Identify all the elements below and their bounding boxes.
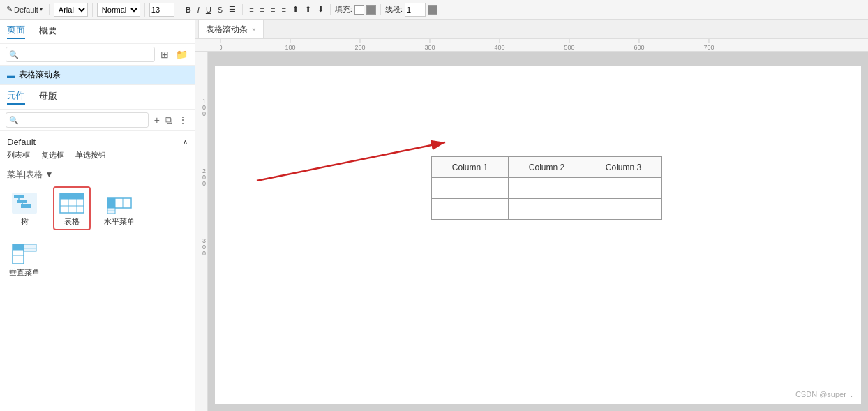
table-row-2 [432, 199, 662, 220]
ruler-tick-500: 500 [564, 39, 574, 51]
tree-label: 树 [21, 216, 29, 227]
canvas-tab-label: 表格滚动条 [206, 24, 248, 36]
toolbar-default-group: ✎ Default ▾ [4, 4, 50, 15]
toolbar-stroke-group: 线段: [385, 3, 442, 17]
default-dropdown[interactable]: ✎ Default ▾ [4, 4, 45, 15]
checkbox-label: 复选框 [41, 150, 64, 160]
canvas-tab-main[interactable]: 表格滚动条 × [198, 20, 264, 38]
bold-button[interactable]: B [184, 5, 193, 15]
toolbar-font-group: Arial [54, 3, 93, 17]
copy-comp-button[interactable]: ⧉ [164, 113, 174, 128]
toolbar-format-group: B I U S ☰ [184, 4, 243, 15]
stroke-width-input[interactable] [405, 3, 426, 17]
hmenu-icon [104, 190, 135, 216]
default-items-row: 列表框 复选框 单选按钮 [7, 150, 188, 160]
table-row-1 [432, 178, 662, 199]
page-item-icon: ▬ [7, 71, 15, 80]
italic-button[interactable]: I [195, 5, 202, 15]
fill-color-gray[interactable] [366, 5, 376, 15]
style-select[interactable]: Normal [97, 3, 140, 17]
menu-items-row: 树 [7, 186, 188, 230]
overview-tab[interactable]: 概要 [39, 24, 57, 38]
strikethrough-button[interactable]: S [216, 5, 225, 15]
vmenu-component[interactable]: 垂直菜单 [7, 239, 42, 280]
svg-rect-19 [13, 244, 24, 250]
search-icon: 🔍 [9, 50, 19, 59]
ruler-h-inner: 0 100 200 300 400 500 600 700 [220, 39, 868, 51]
font-select[interactable]: Arial [54, 3, 88, 17]
comp-search-input[interactable] [6, 112, 149, 128]
stroke-label: 线段: [385, 3, 437, 17]
vmenu-label: 垂直菜单 [9, 267, 40, 278]
svg-rect-22 [24, 244, 36, 251]
table-cell-1-3 [585, 178, 662, 199]
ruler-vtick-300: 300 [202, 238, 206, 257]
ruler-vtick-200: 200 [202, 168, 206, 187]
toolbar-align-group: ≡ ≡ ≡ ≡ ⬆ ⬆ ⬇ [247, 4, 331, 15]
table-component[interactable]: 表格 [53, 186, 91, 230]
menu-group-header: 菜单|表格 ▼ [7, 169, 188, 181]
align-left-button[interactable]: ≡ [247, 5, 255, 15]
table-cell-1-2 [509, 178, 585, 199]
ruler-tick-100: 100 [285, 39, 295, 51]
table-cell-2-3 [585, 199, 662, 220]
stroke-color[interactable] [428, 5, 437, 15]
svg-line-25 [257, 142, 445, 181]
pages-tab[interactable]: 页面 [7, 24, 25, 39]
canvas-area: 表格滚动条 × 0 100 200 300 400 500 600 700 [195, 20, 868, 411]
canvas-with-ruler: 100 200 300 [195, 52, 868, 411]
align-justify-button[interactable]: ≡ [279, 5, 287, 15]
components-header: 元件 母版 [0, 85, 195, 110]
font-size-input[interactable] [149, 3, 174, 17]
toolbar-fill-group: 填充: [335, 4, 381, 15]
ruler-tick-600: 600 [634, 39, 644, 51]
add-comp-button[interactable]: + [153, 113, 161, 128]
hmenu-component[interactable]: 水平菜单 [102, 188, 137, 229]
list-button[interactable]: ☰ [227, 4, 238, 15]
pages-search-input[interactable] [6, 47, 155, 62]
table-icon [57, 190, 87, 216]
table-header-col1: Column 1 [432, 157, 509, 178]
top-toolbar: ✎ Default ▾ Arial Normal B I U S ☰ ≡ ≡ ≡… [0, 0, 868, 20]
watermark: CSDN @super_. [795, 390, 853, 398]
folder-button[interactable]: 📁 [174, 47, 189, 61]
comp-toolbar-actions: + ⧉ ⋮ [153, 113, 189, 128]
page-item[interactable]: ▬ 表格滚动条 [0, 66, 195, 84]
canvas-scroll[interactable]: Column 1 Column 2 Column 3 [208, 52, 868, 411]
table-header-col2: Column 2 [509, 157, 585, 178]
ruler-tick-400: 400 [494, 39, 504, 51]
ruler-tick-200: 200 [354, 39, 365, 51]
pages-toolbar: 🔍 ⊞ 📁 [0, 44, 195, 66]
align-center-button[interactable]: ≡ [258, 5, 267, 15]
pages-header: 页面 概要 [0, 20, 195, 44]
valign-top-button[interactable]: ⬆ [290, 4, 301, 15]
toolbar-edit-icon: ✎ [6, 5, 13, 14]
masters-tab[interactable]: 母版 [39, 90, 57, 104]
collapse-icon[interactable]: ∧ [183, 138, 188, 146]
valign-bot-button[interactable]: ⬇ [315, 4, 326, 15]
table-header-col3: Column 3 [585, 157, 662, 178]
default-group-label: Default [7, 137, 36, 147]
svg-rect-7 [60, 193, 84, 199]
fill-color-white[interactable] [354, 5, 364, 15]
comp-tab[interactable]: 元件 [7, 89, 25, 105]
chevron-down-icon: ▾ [40, 6, 43, 13]
tab-close-icon[interactable]: × [252, 26, 256, 33]
valign-mid-button[interactable]: ⬆ [303, 4, 313, 15]
default-label: Default [14, 6, 38, 14]
svg-rect-2 [17, 200, 27, 203]
vmenu-row: 垂直菜单 [7, 239, 188, 280]
fill-label: 填充: [335, 4, 376, 15]
underline-button[interactable]: U [204, 5, 214, 15]
more-comp-button[interactable]: ⋮ [177, 113, 189, 128]
sidebar: 页面 概要 🔍 ⊞ 📁 ▬ 表格滚动条 元件 母版 🔍 [0, 20, 195, 411]
ruler-tick-300: 300 [424, 39, 435, 51]
comp-search-toolbar: 🔍 + ⧉ ⋮ [0, 110, 195, 131]
align-right-button[interactable]: ≡ [269, 5, 277, 15]
comp-content: Default ∧ 列表框 复选框 单选按钮 菜单|表格 ▼ [0, 131, 195, 411]
menu-group-title: 菜单|表格 ▼ [7, 169, 53, 181]
table-cell-2-1 [432, 199, 509, 220]
tree-component[interactable]: 树 [7, 188, 42, 229]
default-group-header: Default ∧ [7, 137, 188, 147]
add-page-button[interactable]: ⊞ [159, 47, 170, 61]
